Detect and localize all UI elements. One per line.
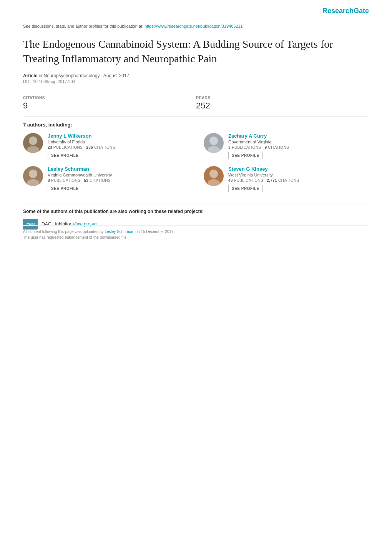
citations-label: CITATIONS — [23, 96, 196, 100]
uploader-link[interactable]: Lesley Schurman — [105, 230, 134, 234]
author-info-schurman: Lesley Schurman Virginia Commonwealth Un… — [48, 166, 188, 192]
svg-point-7 — [208, 179, 220, 186]
author-affiliation-wilkerson: University of Florida — [48, 140, 188, 144]
svg-point-6 — [209, 170, 218, 178]
footer-enhancement-text: The user has requested enhancement of th… — [23, 235, 369, 240]
svg-point-0 — [29, 136, 37, 145]
authors-heading: 7 authors, including: — [23, 122, 369, 128]
author-affiliation-curry: Government of Virginia — [228, 140, 369, 144]
svg-point-3 — [208, 146, 220, 153]
author-name-wilkerson[interactable]: Jenny L Wilkerson — [48, 133, 188, 139]
author-avatar-schurman — [23, 166, 43, 186]
footer-bar: All content following this page was uplo… — [23, 225, 369, 241]
citations-value: 9 — [23, 101, 196, 111]
related-projects-heading: Some of the authors of this publication … — [23, 209, 369, 214]
reads-label: READS — [196, 96, 369, 100]
divider-1 — [23, 90, 369, 90]
author-name-kinsey[interactable]: Steven G Kinsey — [228, 166, 369, 172]
author-avatar-kinsey — [204, 166, 224, 186]
author-stats-wilkerson: 23 PUBLICATIONS 236 CITATIONS — [48, 145, 188, 150]
researchgate-brand: ResearchGate — [322, 7, 369, 15]
avatar-svg — [204, 166, 224, 186]
doi: DOI: 10.1038/npp.2017.204 — [23, 79, 369, 84]
stats-row: CITATIONS 9 READS 252 — [23, 96, 369, 111]
author-affiliation-schurman: Virginia Commonwealth University — [48, 173, 188, 177]
publication-link[interactable]: https://www.researchgate.net/publication… — [145, 24, 243, 28]
author-affiliation-kinsey: West Virginia University — [228, 173, 369, 177]
svg-point-5 — [27, 179, 39, 186]
svg-point-2 — [209, 136, 218, 145]
see-profile-button-wilkerson[interactable]: SEE PROFILE — [48, 152, 82, 159]
author-stats-kinsey: 48 PUBLICATIONS 2,771 CITATIONS — [228, 178, 369, 183]
avatar-svg — [204, 133, 224, 153]
author-card-schurman: Lesley Schurman Virginia Commonwealth Un… — [23, 166, 188, 192]
svg-point-1 — [27, 146, 39, 153]
reads-value: 252 — [196, 101, 369, 111]
avatar-svg — [23, 133, 43, 153]
see-profile-button-schurman[interactable]: SEE PROFILE — [48, 185, 82, 192]
author-card-curry: Zachary A Curry Government of Virginia 3… — [204, 133, 369, 159]
author-avatar-curry — [204, 133, 224, 153]
citations-block: CITATIONS 9 — [23, 96, 196, 111]
author-info-curry: Zachary A Curry Government of Virginia 3… — [228, 133, 369, 159]
see-profile-button-kinsey[interactable]: SEE PROFILE — [228, 185, 263, 192]
divider-3 — [23, 203, 369, 203]
author-stats-curry: 3 PUBLICATIONS 9 CITATIONS — [228, 145, 369, 150]
article-meta: Article in Neuropsychopharmacology · Aug… — [23, 73, 369, 78]
page-title: The Endogenous Cannabinoid System: A Bud… — [23, 37, 369, 66]
author-name-schurman[interactable]: Lesley Schurman — [48, 166, 188, 172]
author-card-kinsey: Steven G Kinsey West Virginia University… — [204, 166, 369, 192]
author-name-curry[interactable]: Zachary A Curry — [228, 133, 369, 139]
author-card-wilkerson: Jenny L Wilkerson University of Florida … — [23, 133, 188, 159]
author-avatar-wilkerson — [23, 133, 43, 153]
see-profile-button-curry[interactable]: SEE PROFILE — [228, 152, 263, 159]
avatar-svg — [23, 166, 43, 186]
authors-grid: Jenny L Wilkerson University of Florida … — [23, 133, 369, 192]
reads-block: READS 252 — [196, 96, 369, 111]
author-stats-schurman: 8 PUBLICATIONS 53 CITATIONS — [48, 178, 188, 183]
author-info-wilkerson: Jenny L Wilkerson University of Florida … — [48, 133, 188, 159]
see-discussions-bar: See discussions, stats, and author profi… — [23, 24, 369, 28]
svg-point-4 — [29, 170, 37, 178]
footer-upload-text: All content following this page was uplo… — [23, 230, 369, 234]
divider-2 — [23, 116, 369, 116]
author-info-kinsey: Steven G Kinsey West Virginia University… — [228, 166, 369, 192]
